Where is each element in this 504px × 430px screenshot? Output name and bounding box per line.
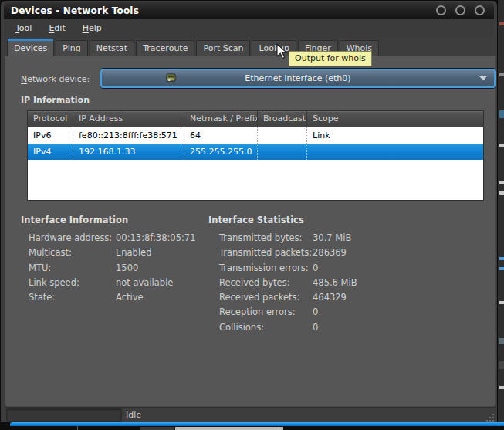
- cell-ip-address: fe80::213:8fff:fe38:571: [73, 127, 184, 144]
- tab-ping[interactable]: Ping: [56, 40, 87, 56]
- column-header-ip-address[interactable]: IP Address: [73, 111, 184, 127]
- interface-information-heading: Interface Information: [13, 215, 206, 225]
- background-fragment: [499, 386, 504, 389]
- network-card-icon: [165, 72, 178, 84]
- field-value: 1500: [116, 261, 138, 276]
- cell-broadcast: [258, 144, 307, 160]
- field-value: 0: [313, 261, 318, 276]
- info-row: Hardware address:00:13:8f:38:05:71: [13, 231, 206, 245]
- stat-row: Transmitted bytes:30.7 MiB: [201, 231, 401, 245]
- stat-row: Received packets:464329: [201, 290, 401, 305]
- window-title: Devices - Network Tools: [4, 5, 139, 16]
- background-fragment: [499, 267, 504, 270]
- field-label: Link speed:: [29, 276, 116, 290]
- info-row: Link speed:not available: [13, 276, 206, 290]
- background-fragment: [77, 426, 78, 430]
- tab-bar: Devices Ping Netstat Traceroute Port Sca…: [7, 39, 491, 56]
- tab-port-scan[interactable]: Port Scan: [196, 40, 250, 56]
- stat-row: Transmitted packets:286369: [201, 245, 401, 260]
- stat-row: Collisions:0: [201, 320, 401, 335]
- tab-traceroute[interactable]: Traceroute: [136, 40, 194, 56]
- network-device-value: Ethernet Interface (eth0): [245, 73, 350, 83]
- background-window-edge: [10, 422, 504, 426]
- field-label: Received bytes:: [219, 276, 313, 290]
- chevron-down-icon: [479, 76, 487, 81]
- menu-edit[interactable]: Edit: [42, 21, 71, 36]
- table-row-ipv4[interactable]: IPv4 192.168.1.33 255.255.255.0: [28, 144, 483, 160]
- ip-table-header: Protocol IP Address Netmask / Prefix Bro…: [28, 111, 483, 127]
- background-fragment: [499, 361, 504, 369]
- stat-row: Transmission errors:0: [201, 261, 401, 276]
- column-header-netmask[interactable]: Netmask / Prefix: [184, 111, 258, 127]
- field-label: MTU:: [29, 261, 116, 276]
- column-header-scope[interactable]: Scope: [307, 111, 483, 127]
- tab-netstat[interactable]: Netstat: [90, 40, 134, 56]
- cell-scope: [307, 144, 483, 160]
- mouse-cursor: [276, 43, 288, 60]
- field-value: 286369: [313, 245, 347, 260]
- status-text: Idle: [126, 408, 141, 422]
- progress-area: [6, 408, 122, 422]
- table-row-ipv6[interactable]: IPv6 fe80::213:8fff:fe38:571 64 Link: [28, 127, 483, 144]
- background-fragment: [175, 427, 283, 430]
- cell-protocol: IPv4: [28, 144, 73, 160]
- stat-row: Received bytes:485.6 MiB: [201, 276, 401, 290]
- cell-scope: Link: [307, 127, 483, 144]
- background-window-sliver: [497, 0, 504, 430]
- network-device-select[interactable]: Ethernet Interface (eth0): [100, 69, 496, 88]
- cell-ip-address: 192.168.1.33: [73, 144, 184, 160]
- devices-tab-panel: Network device: Ethernet Interface (eth0…: [5, 56, 496, 407]
- interface-statistics-section: Interface Statistics Transmitted bytes:3…: [201, 215, 401, 335]
- window-controls: [436, 5, 485, 15]
- background-fragment: [140, 427, 174, 430]
- background-fragment: [499, 110, 504, 118]
- info-row: State:Active: [13, 290, 206, 305]
- field-label: Multicast:: [29, 245, 116, 260]
- field-label: Collisions:: [219, 320, 313, 335]
- field-value: 0: [313, 305, 318, 320]
- resize-grip[interactable]: [485, 414, 494, 422]
- app-window: Devices - Network Tools Tool Edit Help D…: [0, 0, 498, 422]
- ip-information-heading: IP Information: [21, 95, 90, 105]
- field-value: 464329: [313, 290, 347, 305]
- titlebar[interactable]: Devices - Network Tools: [4, 2, 494, 19]
- background-fragment: [499, 301, 504, 304]
- minimize-button[interactable]: [436, 5, 446, 15]
- field-value: 30.7 MiB: [313, 231, 351, 245]
- cell-protocol: IPv6: [28, 127, 73, 144]
- field-label: Transmitted bytes:: [219, 231, 313, 245]
- field-value: 485.6 MiB: [313, 276, 357, 290]
- field-label: Received packets:: [219, 290, 313, 305]
- field-value: Enabled: [116, 245, 151, 260]
- cell-broadcast: [258, 127, 307, 144]
- ip-table: Protocol IP Address Netmask / Prefix Bro…: [27, 110, 484, 201]
- info-row: MTU:1500: [13, 261, 206, 276]
- menu-help[interactable]: Help: [76, 21, 108, 36]
- background-fragment: [499, 22, 504, 25]
- field-label: Transmitted packets:: [219, 245, 313, 260]
- column-header-broadcast[interactable]: Broadcast: [258, 111, 307, 127]
- cell-netmask: 64: [184, 127, 258, 144]
- stat-row: Reception errors:0: [201, 305, 401, 320]
- field-value: 0: [313, 320, 318, 335]
- background-fragment: [499, 73, 504, 76]
- background-fragment: [499, 144, 504, 147]
- column-header-protocol[interactable]: Protocol: [28, 111, 73, 127]
- background-fragment: [499, 257, 504, 260]
- cell-netmask: 255.255.255.0: [184, 144, 258, 160]
- field-label: Reception errors:: [219, 305, 313, 320]
- field-label: Hardware address:: [29, 231, 116, 245]
- maximize-button[interactable]: [455, 5, 465, 15]
- field-label: State:: [29, 290, 116, 305]
- tab-devices[interactable]: Devices: [7, 39, 54, 56]
- menubar: Tool Edit Help: [5, 19, 493, 38]
- field-value: Active: [116, 290, 144, 305]
- statusbar: Idle: [1, 408, 497, 422]
- close-button[interactable]: [475, 5, 485, 15]
- menu-tool[interactable]: Tool: [9, 21, 38, 36]
- tooltip: Output for whois: [289, 51, 372, 66]
- field-value: not available: [116, 276, 173, 290]
- info-row: Multicast:Enabled: [13, 245, 206, 260]
- field-label: Transmission errors:: [219, 261, 313, 276]
- network-device-label: Network device:: [21, 74, 90, 84]
